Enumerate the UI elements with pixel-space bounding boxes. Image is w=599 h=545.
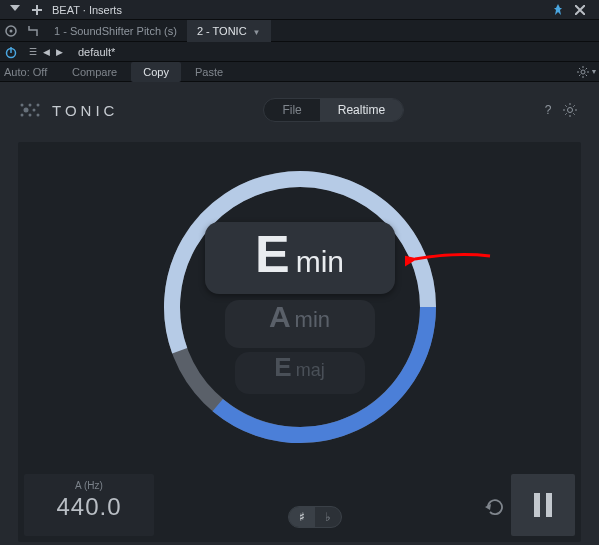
tuning-label: A (Hz) <box>24 480 154 491</box>
svg-point-10 <box>33 109 36 112</box>
target-icon[interactable] <box>0 20 22 42</box>
svg-point-2 <box>10 29 13 32</box>
brand-logo: TONIC <box>18 101 118 119</box>
key-result-tertiary[interactable]: E maj <box>235 352 365 394</box>
key-tertiary-note: E <box>274 352 291 383</box>
mode-file[interactable]: File <box>264 99 319 121</box>
svg-point-5 <box>581 70 585 74</box>
key-tertiary-scale: maj <box>296 360 325 381</box>
tab-1[interactable]: 1 - SoundShifter Pitch (s) <box>44 20 187 42</box>
paste-button[interactable]: Paste <box>183 62 235 82</box>
svg-point-7 <box>29 104 32 107</box>
window-title: BEAT · Inserts <box>52 4 122 16</box>
close-icon[interactable] <box>571 1 589 19</box>
svg-point-9 <box>24 108 29 113</box>
key-secondary-note: A <box>269 300 291 334</box>
accidental-sharp[interactable]: ♯ <box>289 507 315 527</box>
preset-next-icon[interactable]: ▶ <box>53 47 66 57</box>
key-primary-scale: min <box>296 245 344 279</box>
tuning-value: 440.0 <box>24 493 154 521</box>
preset-prev-icon[interactable]: ◀ <box>40 47 53 57</box>
mode-switch[interactable]: File Realtime <box>263 98 404 122</box>
preset-menu-icon[interactable]: ☰ <box>26 47 40 57</box>
auto-toggle[interactable]: Auto: Off <box>0 66 60 78</box>
pause-button[interactable] <box>511 474 575 536</box>
pause-icon <box>534 493 552 517</box>
route-icon[interactable] <box>22 20 44 42</box>
compare-button[interactable]: Compare <box>60 62 129 82</box>
copy-button[interactable]: Copy <box>131 62 181 82</box>
help-icon[interactable]: ? <box>537 99 559 121</box>
settings-icon[interactable] <box>559 99 581 121</box>
undo-icon[interactable] <box>475 481 511 529</box>
accidental-flat[interactable]: ♭ <box>315 507 341 527</box>
pin-icon[interactable] <box>549 1 567 19</box>
key-primary-note: E <box>255 224 290 284</box>
svg-point-15 <box>568 108 573 113</box>
svg-text:?: ? <box>545 103 552 117</box>
chevron-down-icon: ▼ <box>253 28 261 37</box>
svg-point-11 <box>21 114 24 117</box>
svg-marker-0 <box>10 5 20 11</box>
key-result-primary[interactable]: E min <box>205 222 395 294</box>
svg-point-8 <box>37 104 40 107</box>
add-icon[interactable] <box>28 1 46 19</box>
svg-point-6 <box>21 104 24 107</box>
tab-2-label: 2 - TONIC <box>197 25 247 37</box>
accidental-toggle[interactable]: ♯ ♭ <box>288 506 342 528</box>
svg-point-12 <box>29 114 32 117</box>
key-secondary-scale: min <box>295 307 330 333</box>
collapse-icon[interactable] <box>6 1 24 19</box>
svg-point-13 <box>37 114 40 117</box>
analysis-stage: E min A min E maj A (Hz) 440.0 ♯ ♭ <box>18 142 581 542</box>
tuning-reference[interactable]: A (Hz) 440.0 <box>24 474 154 536</box>
gear-icon[interactable]: ▼ <box>575 66 599 78</box>
annotation-arrow <box>405 244 495 274</box>
power-icon[interactable] <box>0 42 22 62</box>
tab-2[interactable]: 2 - TONIC▼ <box>187 20 271 42</box>
key-result-secondary[interactable]: A min <box>225 300 375 348</box>
mode-realtime[interactable]: Realtime <box>320 99 403 121</box>
preset-name[interactable]: default* <box>78 46 115 58</box>
brand-name: TONIC <box>52 102 118 119</box>
tab-1-label: 1 - SoundShifter Pitch (s) <box>54 25 177 37</box>
